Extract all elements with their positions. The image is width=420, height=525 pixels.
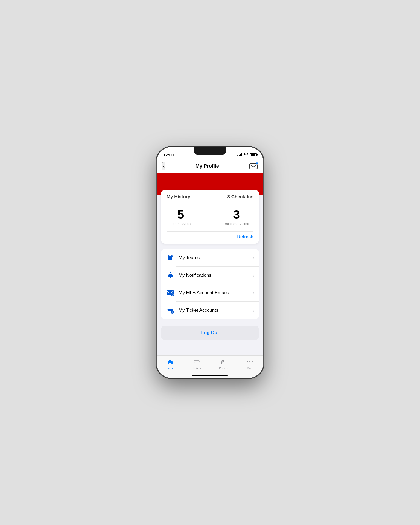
nav-bar: ‹ My Profile: [157, 159, 263, 173]
chevron-right-icon: ›: [253, 308, 255, 313]
my-mlb-emails-label: My MLB Account Emails: [179, 290, 253, 296]
menu-item-my-notifications[interactable]: My Notifications ›: [161, 267, 259, 284]
phillies-tab-icon: P: [220, 358, 227, 366]
refresh-button[interactable]: Refresh: [237, 234, 253, 239]
refresh-row: Refresh: [167, 231, 253, 239]
stat-divider: [207, 209, 207, 226]
mail-button[interactable]: [249, 162, 258, 170]
bell-icon: [165, 270, 175, 280]
svg-point-9: [252, 361, 253, 362]
notch: [194, 147, 226, 155]
logout-section: Log Out: [161, 326, 259, 340]
signal-bars-icon: [237, 153, 242, 156]
mail-notification-dot: [256, 162, 258, 165]
menu-item-my-teams[interactable]: My Teams ›: [161, 249, 259, 267]
phone-frame: 12:00 ‹ My Profile: [157, 147, 263, 378]
history-checkins: 8 Check-Ins: [228, 194, 253, 200]
svg-point-3: [171, 294, 174, 296]
svg-point-8: [249, 361, 250, 362]
history-card: My History 8 Check-Ins 5 Teams Seen 3 Ba…: [161, 190, 259, 244]
my-ticket-accounts-label: My Ticket Accounts: [179, 308, 253, 313]
ballparks-stat: 3 Ballparks Visted: [224, 209, 249, 226]
home-indicator: [192, 375, 228, 376]
more-tab-icon: [246, 358, 254, 366]
back-button[interactable]: ‹: [162, 162, 165, 170]
teams-seen-count: 5: [171, 209, 191, 221]
jersey-icon: [165, 253, 175, 263]
history-header: My History 8 Check-Ins: [167, 194, 253, 200]
tickets-tab-icon: [193, 358, 200, 366]
menu-section: My Teams › My Notifications ›: [161, 249, 259, 319]
tab-more[interactable]: More: [237, 358, 264, 370]
chevron-right-icon: ›: [253, 273, 255, 278]
content-area: My History 8 Check-Ins 5 Teams Seen 3 Ba…: [157, 173, 263, 355]
phillies-tab-label: Phillies: [219, 367, 228, 370]
my-notifications-label: My Notifications: [179, 273, 253, 278]
chevron-right-icon: ›: [253, 255, 255, 261]
teams-seen-label: Teams Seen: [171, 222, 191, 226]
wifi-icon: [244, 153, 248, 156]
svg-rect-1: [168, 276, 173, 277]
more-tab-label: More: [247, 367, 253, 370]
logout-button[interactable]: Log Out: [161, 326, 259, 340]
status-time: 12:00: [163, 153, 174, 157]
battery-icon: [250, 153, 257, 156]
teams-seen-stat: 5 Teams Seen: [171, 209, 191, 226]
svg-point-7: [247, 361, 248, 362]
ballparks-label: Ballparks Visted: [224, 222, 249, 226]
home-tab-icon: [166, 358, 174, 366]
history-divider: [167, 202, 253, 202]
tab-tickets[interactable]: Tickets: [183, 358, 210, 370]
page-title: My Profile: [196, 163, 219, 169]
tab-phillies[interactable]: P Phillies: [210, 358, 237, 370]
menu-item-my-ticket-accounts[interactable]: My Ticket Accounts ›: [161, 302, 259, 319]
chevron-right-icon: ›: [253, 290, 255, 296]
status-icons: [237, 153, 257, 156]
history-stats: 5 Teams Seen 3 Ballparks Visted: [167, 206, 253, 228]
menu-item-my-mlb-emails[interactable]: My MLB Account Emails ›: [161, 284, 259, 302]
tab-home[interactable]: Home: [157, 358, 183, 370]
mail-envelope-icon: [165, 288, 175, 298]
home-tab-label: Home: [166, 367, 174, 370]
svg-text:P: P: [220, 358, 224, 365]
history-title: My History: [167, 194, 190, 200]
tickets-tab-label: Tickets: [192, 367, 201, 370]
tab-bar: Home Tickets P Phillies: [157, 355, 263, 378]
phone-screen: 12:00 ‹ My Profile: [157, 147, 263, 378]
ticket-icon: [165, 305, 175, 315]
ballparks-count: 3: [224, 209, 249, 221]
my-teams-label: My Teams: [179, 255, 253, 261]
